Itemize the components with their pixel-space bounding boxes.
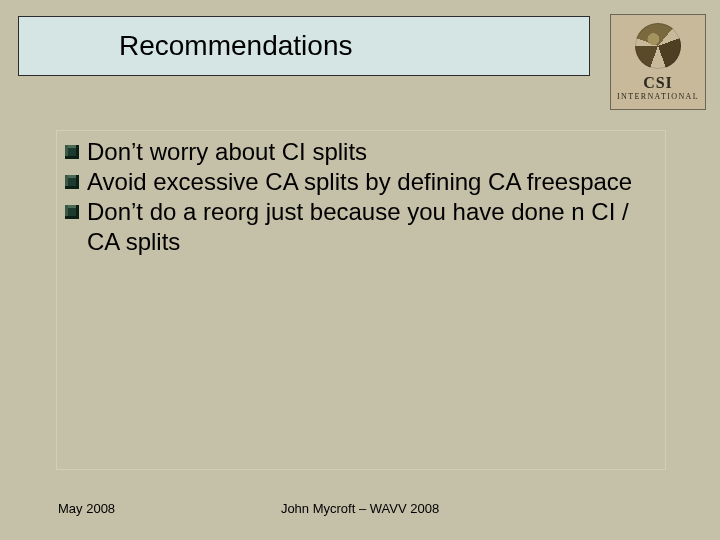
slide-title: Recommendations <box>119 30 352 62</box>
bullet-icon <box>65 205 79 219</box>
swirl-icon <box>635 23 681 69</box>
list-item: Avoid excessive CA splits by defining CA… <box>65 167 655 197</box>
logo-text-primary: CSI <box>643 75 673 91</box>
slide: Recommendations CSI International Don’t … <box>0 0 720 540</box>
body-box: Don’t worry about CI splits Avoid excess… <box>56 130 666 470</box>
logo: CSI International <box>610 14 706 110</box>
svg-rect-9 <box>65 186 79 189</box>
svg-rect-4 <box>65 156 79 159</box>
bullet-text: Avoid excessive CA splits by defining CA… <box>87 167 655 197</box>
title-box: Recommendations <box>18 16 590 76</box>
list-item: Don’t do a reorg just because you have d… <box>65 197 655 257</box>
bullet-text: Don’t worry about CI splits <box>87 137 655 167</box>
bullet-text: Don’t do a reorg just because you have d… <box>87 197 655 257</box>
logo-text-secondary: International <box>617 93 699 101</box>
svg-rect-14 <box>65 216 79 219</box>
bullet-icon <box>65 145 79 159</box>
list-item: Don’t worry about CI splits <box>65 137 655 167</box>
footer-credit: John Mycroft – WAVV 2008 <box>0 501 720 516</box>
bullet-icon <box>65 175 79 189</box>
